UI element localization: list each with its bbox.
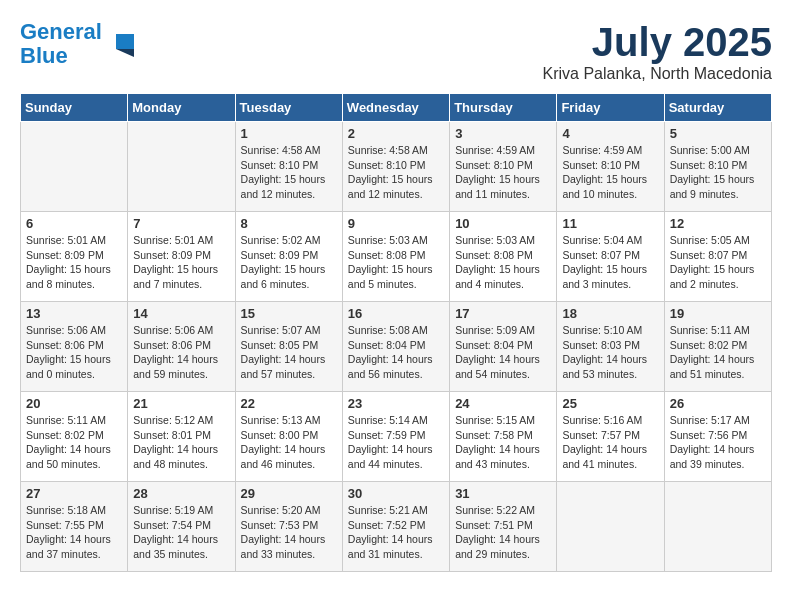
- calendar-cell: 8Sunrise: 5:02 AM Sunset: 8:09 PM Daylig…: [235, 212, 342, 302]
- calendar-week-row: 1Sunrise: 4:58 AM Sunset: 8:10 PM Daylig…: [21, 122, 772, 212]
- day-info: Sunrise: 5:11 AM Sunset: 8:02 PM Dayligh…: [26, 413, 122, 472]
- day-info: Sunrise: 5:06 AM Sunset: 8:06 PM Dayligh…: [26, 323, 122, 382]
- day-number: 29: [241, 486, 337, 501]
- day-info: Sunrise: 5:03 AM Sunset: 8:08 PM Dayligh…: [455, 233, 551, 292]
- day-info: Sunrise: 5:00 AM Sunset: 8:10 PM Dayligh…: [670, 143, 766, 202]
- logo: General Blue: [20, 20, 136, 68]
- calendar-cell: 21Sunrise: 5:12 AM Sunset: 8:01 PM Dayli…: [128, 392, 235, 482]
- day-info: Sunrise: 5:11 AM Sunset: 8:02 PM Dayligh…: [670, 323, 766, 382]
- day-number: 1: [241, 126, 337, 141]
- day-header-wednesday: Wednesday: [342, 94, 449, 122]
- day-number: 26: [670, 396, 766, 411]
- calendar-cell: 19Sunrise: 5:11 AM Sunset: 8:02 PM Dayli…: [664, 302, 771, 392]
- day-header-tuesday: Tuesday: [235, 94, 342, 122]
- day-info: Sunrise: 5:19 AM Sunset: 7:54 PM Dayligh…: [133, 503, 229, 562]
- day-info: Sunrise: 5:09 AM Sunset: 8:04 PM Dayligh…: [455, 323, 551, 382]
- day-info: Sunrise: 5:14 AM Sunset: 7:59 PM Dayligh…: [348, 413, 444, 472]
- day-number: 21: [133, 396, 229, 411]
- calendar-cell: 16Sunrise: 5:08 AM Sunset: 8:04 PM Dayli…: [342, 302, 449, 392]
- day-info: Sunrise: 5:12 AM Sunset: 8:01 PM Dayligh…: [133, 413, 229, 472]
- calendar-cell: 22Sunrise: 5:13 AM Sunset: 8:00 PM Dayli…: [235, 392, 342, 482]
- page-header: General Blue July 2025 Kriva Palanka, No…: [20, 20, 772, 83]
- day-number: 27: [26, 486, 122, 501]
- calendar-cell: 20Sunrise: 5:11 AM Sunset: 8:02 PM Dayli…: [21, 392, 128, 482]
- calendar-cell: 10Sunrise: 5:03 AM Sunset: 8:08 PM Dayli…: [450, 212, 557, 302]
- day-info: Sunrise: 5:20 AM Sunset: 7:53 PM Dayligh…: [241, 503, 337, 562]
- day-info: Sunrise: 5:15 AM Sunset: 7:58 PM Dayligh…: [455, 413, 551, 472]
- day-number: 12: [670, 216, 766, 231]
- calendar-cell: 30Sunrise: 5:21 AM Sunset: 7:52 PM Dayli…: [342, 482, 449, 572]
- day-header-thursday: Thursday: [450, 94, 557, 122]
- calendar-cell: [664, 482, 771, 572]
- day-info: Sunrise: 4:58 AM Sunset: 8:10 PM Dayligh…: [241, 143, 337, 202]
- calendar-week-row: 27Sunrise: 5:18 AM Sunset: 7:55 PM Dayli…: [21, 482, 772, 572]
- logo-text: General Blue: [20, 20, 102, 68]
- day-info: Sunrise: 5:17 AM Sunset: 7:56 PM Dayligh…: [670, 413, 766, 472]
- day-number: 28: [133, 486, 229, 501]
- day-info: Sunrise: 5:02 AM Sunset: 8:09 PM Dayligh…: [241, 233, 337, 292]
- day-info: Sunrise: 5:21 AM Sunset: 7:52 PM Dayligh…: [348, 503, 444, 562]
- day-info: Sunrise: 5:13 AM Sunset: 8:00 PM Dayligh…: [241, 413, 337, 472]
- calendar-week-row: 13Sunrise: 5:06 AM Sunset: 8:06 PM Dayli…: [21, 302, 772, 392]
- day-number: 23: [348, 396, 444, 411]
- day-info: Sunrise: 5:03 AM Sunset: 8:08 PM Dayligh…: [348, 233, 444, 292]
- day-info: Sunrise: 5:04 AM Sunset: 8:07 PM Dayligh…: [562, 233, 658, 292]
- day-number: 5: [670, 126, 766, 141]
- location-subtitle: Kriva Palanka, North Macedonia: [543, 65, 772, 83]
- day-info: Sunrise: 4:59 AM Sunset: 8:10 PM Dayligh…: [562, 143, 658, 202]
- calendar-cell: 12Sunrise: 5:05 AM Sunset: 8:07 PM Dayli…: [664, 212, 771, 302]
- day-info: Sunrise: 4:58 AM Sunset: 8:10 PM Dayligh…: [348, 143, 444, 202]
- calendar-cell: 6Sunrise: 5:01 AM Sunset: 8:09 PM Daylig…: [21, 212, 128, 302]
- day-number: 7: [133, 216, 229, 231]
- day-number: 19: [670, 306, 766, 321]
- title-block: July 2025 Kriva Palanka, North Macedonia: [543, 20, 772, 83]
- day-info: Sunrise: 5:06 AM Sunset: 8:06 PM Dayligh…: [133, 323, 229, 382]
- svg-marker-1: [116, 49, 134, 57]
- calendar-cell: 1Sunrise: 4:58 AM Sunset: 8:10 PM Daylig…: [235, 122, 342, 212]
- day-number: 25: [562, 396, 658, 411]
- day-number: 10: [455, 216, 551, 231]
- day-number: 11: [562, 216, 658, 231]
- day-number: 8: [241, 216, 337, 231]
- day-info: Sunrise: 5:01 AM Sunset: 8:09 PM Dayligh…: [133, 233, 229, 292]
- day-number: 18: [562, 306, 658, 321]
- calendar-week-row: 6Sunrise: 5:01 AM Sunset: 8:09 PM Daylig…: [21, 212, 772, 302]
- calendar-cell: 31Sunrise: 5:22 AM Sunset: 7:51 PM Dayli…: [450, 482, 557, 572]
- calendar-cell: 4Sunrise: 4:59 AM Sunset: 8:10 PM Daylig…: [557, 122, 664, 212]
- day-info: Sunrise: 5:05 AM Sunset: 8:07 PM Dayligh…: [670, 233, 766, 292]
- calendar-table: SundayMondayTuesdayWednesdayThursdayFrid…: [20, 93, 772, 572]
- day-number: 22: [241, 396, 337, 411]
- day-info: Sunrise: 5:01 AM Sunset: 8:09 PM Dayligh…: [26, 233, 122, 292]
- logo-icon: [106, 29, 136, 59]
- calendar-cell: 23Sunrise: 5:14 AM Sunset: 7:59 PM Dayli…: [342, 392, 449, 482]
- day-info: Sunrise: 5:22 AM Sunset: 7:51 PM Dayligh…: [455, 503, 551, 562]
- day-number: 31: [455, 486, 551, 501]
- day-number: 24: [455, 396, 551, 411]
- calendar-cell: [21, 122, 128, 212]
- calendar-cell: 3Sunrise: 4:59 AM Sunset: 8:10 PM Daylig…: [450, 122, 557, 212]
- day-number: 16: [348, 306, 444, 321]
- day-number: 15: [241, 306, 337, 321]
- calendar-cell: 7Sunrise: 5:01 AM Sunset: 8:09 PM Daylig…: [128, 212, 235, 302]
- calendar-cell: 14Sunrise: 5:06 AM Sunset: 8:06 PM Dayli…: [128, 302, 235, 392]
- calendar-cell: 17Sunrise: 5:09 AM Sunset: 8:04 PM Dayli…: [450, 302, 557, 392]
- day-header-monday: Monday: [128, 94, 235, 122]
- calendar-cell: 27Sunrise: 5:18 AM Sunset: 7:55 PM Dayli…: [21, 482, 128, 572]
- day-header-sunday: Sunday: [21, 94, 128, 122]
- day-number: 9: [348, 216, 444, 231]
- calendar-cell: 28Sunrise: 5:19 AM Sunset: 7:54 PM Dayli…: [128, 482, 235, 572]
- day-number: 17: [455, 306, 551, 321]
- calendar-cell: 15Sunrise: 5:07 AM Sunset: 8:05 PM Dayli…: [235, 302, 342, 392]
- day-number: 2: [348, 126, 444, 141]
- calendar-cell: [128, 122, 235, 212]
- calendar-cell: 25Sunrise: 5:16 AM Sunset: 7:57 PM Dayli…: [557, 392, 664, 482]
- day-number: 20: [26, 396, 122, 411]
- calendar-cell: 24Sunrise: 5:15 AM Sunset: 7:58 PM Dayli…: [450, 392, 557, 482]
- day-info: Sunrise: 4:59 AM Sunset: 8:10 PM Dayligh…: [455, 143, 551, 202]
- calendar-cell: [557, 482, 664, 572]
- day-number: 14: [133, 306, 229, 321]
- month-title: July 2025: [543, 20, 772, 65]
- svg-marker-0: [116, 34, 134, 49]
- calendar-cell: 11Sunrise: 5:04 AM Sunset: 8:07 PM Dayli…: [557, 212, 664, 302]
- day-info: Sunrise: 5:08 AM Sunset: 8:04 PM Dayligh…: [348, 323, 444, 382]
